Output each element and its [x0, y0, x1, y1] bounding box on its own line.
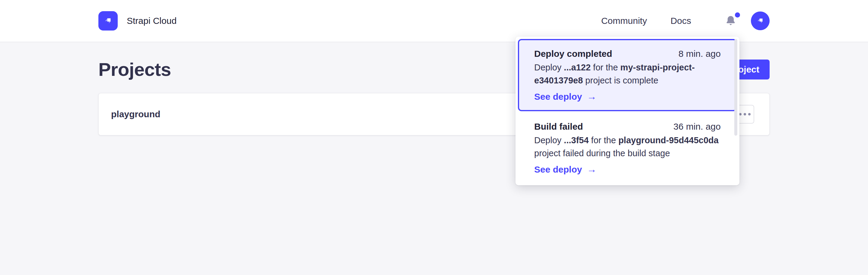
bell-icon [725, 15, 736, 26]
arrow-right-icon: → [587, 164, 596, 175]
brand-name: Strapi Cloud [127, 16, 177, 26]
notifications-dropdown: Deploy completed 8 min. ago Deploy ...a1… [516, 36, 739, 185]
notification-build-failed[interactable]: Build failed 36 min. ago Deploy ...3f54 … [518, 111, 737, 175]
notification-deploy-completed[interactable]: Deploy completed 8 min. ago Deploy ...a1… [518, 39, 737, 111]
account-avatar[interactable] [751, 11, 770, 30]
notification-body: Deploy ...a122 for the my-strapi-project… [534, 61, 721, 87]
notification-time: 8 min. ago [679, 49, 721, 59]
notification-time: 36 min. ago [673, 121, 721, 132]
notification-title: Deploy completed [534, 49, 612, 59]
notification-title: Build failed [534, 121, 583, 132]
unread-dot [735, 12, 740, 18]
notifications-bell-button[interactable] [725, 15, 737, 27]
header-nav: Community Docs [601, 11, 770, 30]
notification-header: Build failed 36 min. ago [534, 121, 721, 132]
nav-link-docs[interactable]: Docs [671, 16, 691, 26]
project-name: playground [111, 109, 160, 119]
scrollbar-thumb[interactable] [734, 39, 737, 136]
notification-header: Deploy completed 8 min. ago [534, 49, 721, 59]
strapi-avatar-icon [755, 16, 766, 26]
see-deploy-link[interactable]: See deploy → [534, 164, 721, 175]
nav-link-community[interactable]: Community [601, 16, 647, 26]
brand[interactable]: Strapi Cloud [98, 11, 177, 30]
strapi-cloud-app: Strapi Cloud Community Docs [0, 0, 868, 275]
page-title: Projects [98, 59, 171, 80]
ellipsis-icon [739, 113, 751, 115]
see-deploy-link[interactable]: See deploy → [534, 91, 721, 102]
strapi-logo-icon [98, 11, 118, 30]
top-navbar: Strapi Cloud Community Docs [0, 0, 868, 42]
notification-body: Deploy ...3f54 for the playground-95d445… [534, 134, 721, 160]
arrow-right-icon: → [587, 91, 596, 102]
